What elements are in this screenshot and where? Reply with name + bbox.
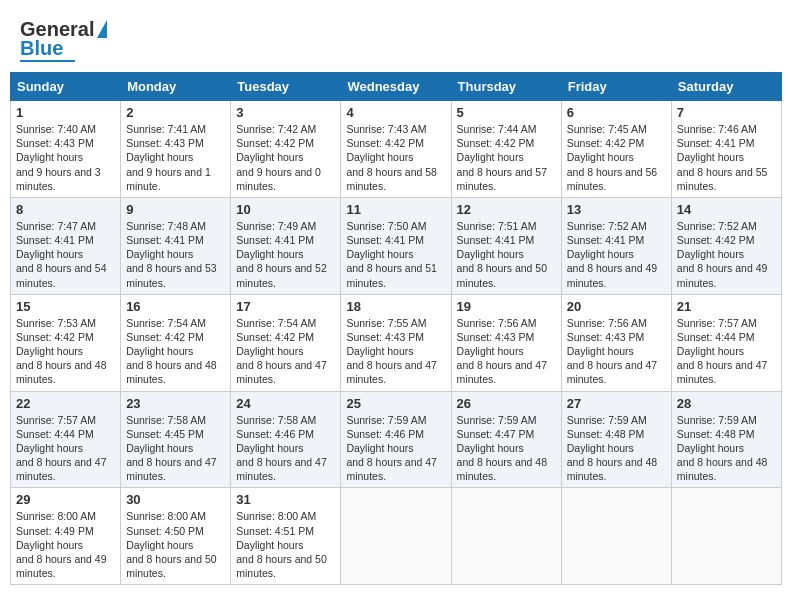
weekday-header-saturday: Saturday	[671, 73, 781, 101]
cell-content: Sunrise: 7:54 AM Sunset: 4:42 PM Dayligh…	[236, 316, 335, 387]
sunset-label: Sunset: 4:49 PM	[16, 525, 94, 537]
day-number: 5	[457, 105, 556, 120]
day-number: 8	[16, 202, 115, 217]
cell-content: Sunrise: 7:55 AM Sunset: 4:43 PM Dayligh…	[346, 316, 445, 387]
cell-content: Sunrise: 7:56 AM Sunset: 4:43 PM Dayligh…	[457, 316, 556, 387]
sunset-label: Sunset: 4:43 PM	[457, 331, 535, 343]
sunrise-label: Sunrise: 7:48 AM	[126, 220, 206, 232]
daylight-duration: and 8 hours and 48 minutes.	[567, 456, 658, 482]
weekday-header-friday: Friday	[561, 73, 671, 101]
calendar-cell: 13 Sunrise: 7:52 AM Sunset: 4:41 PM Dayl…	[561, 197, 671, 294]
sunset-label: Sunset: 4:43 PM	[567, 331, 645, 343]
daylight-duration: and 8 hours and 58 minutes.	[346, 166, 437, 192]
day-number: 7	[677, 105, 776, 120]
daylight-duration: and 8 hours and 47 minutes.	[346, 359, 437, 385]
cell-content: Sunrise: 7:51 AM Sunset: 4:41 PM Dayligh…	[457, 219, 556, 290]
daylight-duration: and 8 hours and 47 minutes.	[567, 359, 658, 385]
cell-content: Sunrise: 7:57 AM Sunset: 4:44 PM Dayligh…	[677, 316, 776, 387]
cell-content: Sunrise: 7:48 AM Sunset: 4:41 PM Dayligh…	[126, 219, 225, 290]
calendar-cell: 2 Sunrise: 7:41 AM Sunset: 4:43 PM Dayli…	[121, 101, 231, 198]
day-number: 28	[677, 396, 776, 411]
day-number: 25	[346, 396, 445, 411]
day-number: 11	[346, 202, 445, 217]
sunset-label: Sunset: 4:48 PM	[677, 428, 755, 440]
daylight-label: Daylight hours	[16, 248, 83, 260]
cell-content: Sunrise: 7:44 AM Sunset: 4:42 PM Dayligh…	[457, 122, 556, 193]
sunrise-label: Sunrise: 8:00 AM	[126, 510, 206, 522]
cell-content: Sunrise: 7:49 AM Sunset: 4:41 PM Dayligh…	[236, 219, 335, 290]
sunrise-label: Sunrise: 7:56 AM	[457, 317, 537, 329]
day-number: 1	[16, 105, 115, 120]
daylight-label: Daylight hours	[677, 345, 744, 357]
logo: General Blue	[20, 18, 107, 62]
calendar-week-3: 15 Sunrise: 7:53 AM Sunset: 4:42 PM Dayl…	[11, 294, 782, 391]
day-number: 22	[16, 396, 115, 411]
logo-arrow-icon	[97, 20, 107, 38]
calendar-cell: 17 Sunrise: 7:54 AM Sunset: 4:42 PM Dayl…	[231, 294, 341, 391]
sunrise-label: Sunrise: 7:55 AM	[346, 317, 426, 329]
cell-content: Sunrise: 7:47 AM Sunset: 4:41 PM Dayligh…	[16, 219, 115, 290]
calendar-cell: 14 Sunrise: 7:52 AM Sunset: 4:42 PM Dayl…	[671, 197, 781, 294]
day-number: 24	[236, 396, 335, 411]
weekday-header-monday: Monday	[121, 73, 231, 101]
cell-content: Sunrise: 7:58 AM Sunset: 4:45 PM Dayligh…	[126, 413, 225, 484]
day-number: 19	[457, 299, 556, 314]
sunset-label: Sunset: 4:41 PM	[677, 137, 755, 149]
calendar-cell: 6 Sunrise: 7:45 AM Sunset: 4:42 PM Dayli…	[561, 101, 671, 198]
calendar-cell: 16 Sunrise: 7:54 AM Sunset: 4:42 PM Dayl…	[121, 294, 231, 391]
calendar-cell: 29 Sunrise: 8:00 AM Sunset: 4:49 PM Dayl…	[11, 488, 121, 585]
sunrise-label: Sunrise: 7:54 AM	[126, 317, 206, 329]
daylight-duration: and 8 hours and 50 minutes.	[236, 553, 327, 579]
day-number: 27	[567, 396, 666, 411]
daylight-label: Daylight hours	[346, 345, 413, 357]
calendar-cell: 24 Sunrise: 7:58 AM Sunset: 4:46 PM Dayl…	[231, 391, 341, 488]
sunset-label: Sunset: 4:41 PM	[236, 234, 314, 246]
calendar-cell: 21 Sunrise: 7:57 AM Sunset: 4:44 PM Dayl…	[671, 294, 781, 391]
calendar-week-5: 29 Sunrise: 8:00 AM Sunset: 4:49 PM Dayl…	[11, 488, 782, 585]
day-number: 21	[677, 299, 776, 314]
logo-underline	[20, 60, 75, 62]
sunrise-label: Sunrise: 7:57 AM	[16, 414, 96, 426]
calendar-cell: 27 Sunrise: 7:59 AM Sunset: 4:48 PM Dayl…	[561, 391, 671, 488]
cell-content: Sunrise: 7:54 AM Sunset: 4:42 PM Dayligh…	[126, 316, 225, 387]
cell-content: Sunrise: 7:59 AM Sunset: 4:48 PM Dayligh…	[567, 413, 666, 484]
calendar-cell: 9 Sunrise: 7:48 AM Sunset: 4:41 PM Dayli…	[121, 197, 231, 294]
calendar-cell: 20 Sunrise: 7:56 AM Sunset: 4:43 PM Dayl…	[561, 294, 671, 391]
sunset-label: Sunset: 4:42 PM	[236, 331, 314, 343]
sunset-label: Sunset: 4:41 PM	[126, 234, 204, 246]
sunset-label: Sunset: 4:42 PM	[567, 137, 645, 149]
calendar-cell: 1 Sunrise: 7:40 AM Sunset: 4:43 PM Dayli…	[11, 101, 121, 198]
sunset-label: Sunset: 4:44 PM	[677, 331, 755, 343]
sunrise-label: Sunrise: 7:59 AM	[677, 414, 757, 426]
daylight-label: Daylight hours	[346, 151, 413, 163]
day-number: 26	[457, 396, 556, 411]
calendar-cell: 31 Sunrise: 8:00 AM Sunset: 4:51 PM Dayl…	[231, 488, 341, 585]
calendar-cell: 7 Sunrise: 7:46 AM Sunset: 4:41 PM Dayli…	[671, 101, 781, 198]
day-number: 30	[126, 492, 225, 507]
daylight-label: Daylight hours	[236, 539, 303, 551]
sunset-label: Sunset: 4:42 PM	[346, 137, 424, 149]
daylight-duration: and 8 hours and 50 minutes.	[457, 262, 548, 288]
calendar-cell: 25 Sunrise: 7:59 AM Sunset: 4:46 PM Dayl…	[341, 391, 451, 488]
daylight-duration: and 8 hours and 51 minutes.	[346, 262, 437, 288]
sunrise-label: Sunrise: 7:45 AM	[567, 123, 647, 135]
calendar-cell: 22 Sunrise: 7:57 AM Sunset: 4:44 PM Dayl…	[11, 391, 121, 488]
daylight-label: Daylight hours	[457, 151, 524, 163]
cell-content: Sunrise: 7:42 AM Sunset: 4:42 PM Dayligh…	[236, 122, 335, 193]
cell-content: Sunrise: 7:50 AM Sunset: 4:41 PM Dayligh…	[346, 219, 445, 290]
daylight-label: Daylight hours	[126, 248, 193, 260]
day-number: 12	[457, 202, 556, 217]
weekday-header-wednesday: Wednesday	[341, 73, 451, 101]
calendar-cell	[451, 488, 561, 585]
sunset-label: Sunset: 4:43 PM	[126, 137, 204, 149]
day-number: 20	[567, 299, 666, 314]
cell-content: Sunrise: 7:59 AM Sunset: 4:47 PM Dayligh…	[457, 413, 556, 484]
sunset-label: Sunset: 4:42 PM	[236, 137, 314, 149]
day-number: 15	[16, 299, 115, 314]
day-number: 29	[16, 492, 115, 507]
daylight-label: Daylight hours	[677, 248, 744, 260]
daylight-label: Daylight hours	[16, 151, 83, 163]
day-number: 17	[236, 299, 335, 314]
daylight-duration: and 8 hours and 48 minutes.	[677, 456, 768, 482]
daylight-duration: and 8 hours and 49 minutes.	[567, 262, 658, 288]
